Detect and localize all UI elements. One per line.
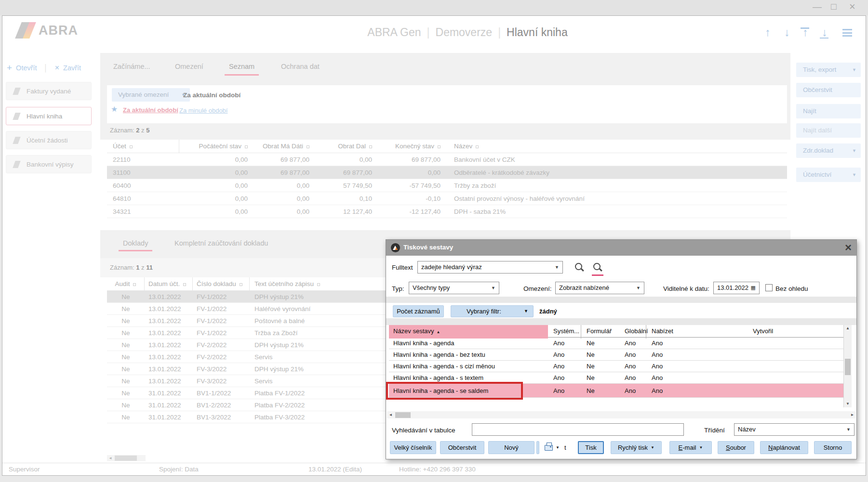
scrollbar-thumb[interactable]: [395, 412, 411, 418]
scrollbar-thumb[interactable]: [115, 456, 137, 461]
column-header[interactable]: Číslo dokladu: [193, 277, 250, 291]
link-previous-period[interactable]: Za minulé období: [179, 107, 227, 114]
cell-closing-balance: 69 877,00: [377, 153, 445, 166]
dialog-close-icon[interactable]: ×: [845, 241, 852, 254]
table-row[interactable]: 34321 0,00 0,00 12 127,40 -12 127,40 DPH…: [107, 205, 787, 218]
print-button[interactable]: Tisk: [578, 441, 604, 454]
scroll-down-icon[interactable]: ▼: [844, 401, 852, 407]
arrow-to-bottom-icon[interactable]: ↓: [818, 26, 831, 39]
tab-zaciname[interactable]: Začínáme...: [113, 63, 150, 70]
cell-debit: 69 877,00: [253, 153, 314, 166]
restriction-dropdown[interactable]: Zobrazit nabízené ▼: [555, 282, 644, 294]
table-row[interactable]: 64810 0,00 0,00 0,10 -0,10 Ostatní provo…: [107, 192, 787, 205]
window-minimize-button[interactable]: —: [813, 1, 822, 12]
new-button[interactable]: Nový: [488, 441, 534, 454]
window-close-button[interactable]: ×: [849, 0, 855, 13]
cell-doc-number: BV1-1/2022: [193, 387, 250, 399]
open-button[interactable]: Otevřít: [16, 64, 37, 72]
record-count-button[interactable]: Počet záznamů: [393, 305, 444, 317]
status-date: 13.01.2022 (Edita): [308, 466, 362, 473]
sidebar-item-label: Hlavní kniha: [27, 107, 62, 125]
calendar-icon[interactable]: ▦: [751, 282, 756, 294]
schedule-button[interactable]: Naplánovat: [760, 441, 808, 454]
restriction-label: Omezení:: [523, 285, 552, 292]
arrow-up-icon[interactable]: ↑: [761, 26, 774, 39]
documents-table-hscrollbar[interactable]: ◄: [107, 455, 146, 461]
column-header[interactable]: Formulář: [581, 325, 619, 339]
cancel-button[interactable]: Storno: [814, 441, 852, 454]
column-header[interactable]: Obrat Dal: [314, 140, 377, 153]
sidebar-item-ucetni-zadosti[interactable]: Účetní žádosti: [6, 131, 92, 149]
sidebar-item-hlavni-kniha[interactable]: Hlavní kniha: [6, 107, 92, 125]
table-row[interactable]: 60400 0,00 0,00 57 749,50 -57 749,50 Trž…: [107, 179, 787, 192]
scroll-left-icon[interactable]: ◄: [107, 455, 114, 461]
column-header[interactable]: Vytvořil: [748, 325, 843, 339]
scroll-up-icon[interactable]: ▲: [844, 325, 852, 332]
scrollbar-thumb[interactable]: [845, 359, 851, 375]
column-header[interactable]: Obrat Má Dáti: [253, 140, 314, 153]
table-row[interactable]: 31100 0,00 69 877,00 69 877,00 0,00 Odbě…: [107, 166, 787, 179]
report-row[interactable]: Hlavní kniha - agenda - s textem Ano Ne …: [389, 372, 843, 384]
find-next-button: Najít další: [796, 123, 861, 138]
report-row[interactable]: Hlavní kniha - agenda - bez textu Ano Ne…: [389, 349, 843, 361]
type-dropdown[interactable]: Všechny typy ▼: [409, 282, 499, 294]
column-header[interactable]: Název: [445, 140, 787, 153]
refresh-button[interactable]: Občerstvit: [440, 441, 484, 454]
tab-ochrana-dat[interactable]: Ochrana dat: [281, 63, 320, 70]
column-header-nazev-sestavy[interactable]: Název sestavy▲: [389, 325, 548, 339]
visible-date-input[interactable]: 13.01.2022 ▦: [713, 282, 760, 294]
report-row[interactable]: Hlavní kniha - agenda - s cizí měnou Ano…: [389, 361, 843, 372]
file-button[interactable]: Soubor: [718, 441, 754, 454]
quick-print-button[interactable]: Rychlý tisk▼: [611, 441, 662, 454]
cell-account: 64810: [107, 192, 179, 205]
column-header[interactable]: Nabízet: [646, 325, 748, 339]
favorite-star-icon[interactable]: ★: [111, 104, 118, 114]
fulltext-combobox[interactable]: zadejte hledaný výraz ▼: [417, 261, 563, 274]
regardless-checkbox[interactable]: [765, 284, 773, 291]
sidebar-item-bankovni-vypisy[interactable]: Bankovní výpisy: [6, 155, 92, 173]
cell-doc-number: BV1-3/2022: [193, 411, 250, 423]
sort-dropdown[interactable]: Název ▼: [734, 423, 855, 436]
table-row[interactable]: 22110 0,00 69 877,00 0,00 69 877,00 Bank…: [107, 153, 787, 166]
close-button[interactable]: Zavřít: [63, 64, 81, 72]
find-button[interactable]: Najít: [796, 104, 861, 118]
sort-box-icon: [130, 145, 133, 148]
window-maximize-button[interactable]: □: [831, 1, 836, 12]
scroll-left-icon[interactable]: ◄: [387, 411, 394, 418]
sort-value: Název: [738, 426, 756, 433]
tab-omezeni[interactable]: Omezení: [175, 63, 203, 70]
table-search-label: Vyhledávání v tabulce: [392, 427, 455, 434]
reports-table-hscrollbar[interactable]: ◄ ►: [387, 411, 856, 418]
sidebar-item-faktury-vydane[interactable]: Faktury vydané: [6, 82, 92, 100]
column-header[interactable]: Počáteční stav: [179, 140, 253, 153]
accounting-button[interactable]: Účetnictví▼: [796, 168, 861, 182]
selected-filter-dropdown[interactable]: Vybraný filtr: ▼: [451, 305, 534, 317]
refresh-button[interactable]: Občerstvit: [796, 83, 861, 97]
reports-table-vscrollbar[interactable]: ▲ ▼: [843, 325, 852, 407]
arrow-down-icon[interactable]: ↓: [781, 26, 793, 39]
selected-restriction-dropdown[interactable]: Vybrané omezení ▼: [112, 88, 190, 102]
hamburger-menu-icon[interactable]: [842, 29, 852, 39]
search-settings-icon[interactable]: [592, 262, 603, 273]
print-icon-dropdown[interactable]: ▼ t: [541, 441, 575, 454]
tab-kompletni-zauctovani[interactable]: Kompletní zaúčtování dokladu: [174, 239, 268, 247]
column-header[interactable]: Datum účt.: [145, 277, 193, 291]
column-header[interactable]: Systém...: [548, 325, 581, 339]
scroll-right-icon[interactable]: ►: [849, 411, 856, 418]
column-header[interactable]: Konečný stav: [377, 140, 445, 153]
column-header[interactable]: Účet: [107, 140, 179, 153]
table-search-input[interactable]: [472, 423, 684, 436]
tab-seznam[interactable]: Seznam: [229, 63, 254, 70]
search-icon[interactable]: [574, 262, 585, 273]
link-current-period[interactable]: Za aktuální období: [123, 106, 178, 114]
email-button[interactable]: E-mail▼: [669, 441, 712, 454]
tab-doklady[interactable]: Doklady: [123, 239, 148, 247]
column-header[interactable]: Audit: [107, 277, 145, 291]
report-row[interactable]: Hlavní kniha - agenda Ano Ne Ano Ano: [389, 338, 843, 349]
big-codebook-button[interactable]: Velký číselník: [390, 441, 436, 454]
print-export-button[interactable]: Tisk, export▼: [796, 63, 861, 77]
source-document-button[interactable]: Zdr.doklad▼: [796, 143, 861, 158]
column-header[interactable]: Globální: [619, 325, 646, 339]
report-row[interactable]: Hlavní kniha - agenda - se saldem Ano Ne…: [389, 384, 843, 398]
arrow-to-top-icon[interactable]: ↑: [799, 26, 812, 39]
